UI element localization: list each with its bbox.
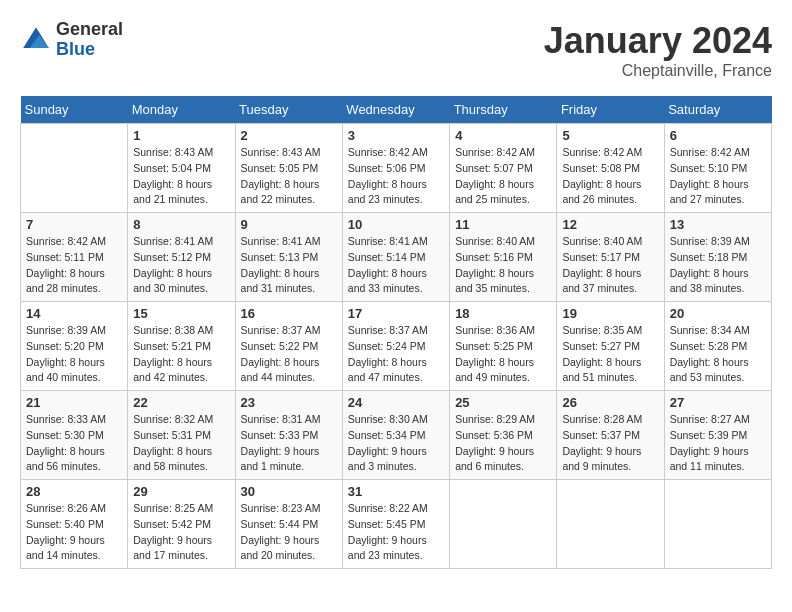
weekday-header-monday: Monday	[128, 96, 235, 124]
week-row-4: 21Sunrise: 8:33 AM Sunset: 5:30 PM Dayli…	[21, 391, 772, 480]
calendar-cell	[557, 480, 664, 569]
day-info: Sunrise: 8:43 AM Sunset: 5:05 PM Dayligh…	[241, 145, 337, 208]
logo: General Blue	[20, 20, 123, 60]
day-number: 17	[348, 306, 444, 321]
day-info: Sunrise: 8:27 AM Sunset: 5:39 PM Dayligh…	[670, 412, 766, 475]
day-number: 31	[348, 484, 444, 499]
calendar-cell: 7Sunrise: 8:42 AM Sunset: 5:11 PM Daylig…	[21, 213, 128, 302]
day-info: Sunrise: 8:42 AM Sunset: 5:10 PM Dayligh…	[670, 145, 766, 208]
day-info: Sunrise: 8:38 AM Sunset: 5:21 PM Dayligh…	[133, 323, 229, 386]
logo-text-line1: General	[56, 20, 123, 40]
day-info: Sunrise: 8:31 AM Sunset: 5:33 PM Dayligh…	[241, 412, 337, 475]
calendar-cell: 9Sunrise: 8:41 AM Sunset: 5:13 PM Daylig…	[235, 213, 342, 302]
week-row-1: 1Sunrise: 8:43 AM Sunset: 5:04 PM Daylig…	[21, 124, 772, 213]
week-row-2: 7Sunrise: 8:42 AM Sunset: 5:11 PM Daylig…	[21, 213, 772, 302]
day-number: 1	[133, 128, 229, 143]
calendar-cell	[664, 480, 771, 569]
calendar-cell: 20Sunrise: 8:34 AM Sunset: 5:28 PM Dayli…	[664, 302, 771, 391]
calendar-cell: 10Sunrise: 8:41 AM Sunset: 5:14 PM Dayli…	[342, 213, 449, 302]
day-number: 6	[670, 128, 766, 143]
week-row-3: 14Sunrise: 8:39 AM Sunset: 5:20 PM Dayli…	[21, 302, 772, 391]
logo-text-line2: Blue	[56, 40, 123, 60]
day-number: 2	[241, 128, 337, 143]
weekday-header-tuesday: Tuesday	[235, 96, 342, 124]
day-info: Sunrise: 8:37 AM Sunset: 5:24 PM Dayligh…	[348, 323, 444, 386]
title-block: January 2024 Cheptainville, France	[544, 20, 772, 80]
calendar-cell: 23Sunrise: 8:31 AM Sunset: 5:33 PM Dayli…	[235, 391, 342, 480]
day-info: Sunrise: 8:40 AM Sunset: 5:16 PM Dayligh…	[455, 234, 551, 297]
calendar-cell: 21Sunrise: 8:33 AM Sunset: 5:30 PM Dayli…	[21, 391, 128, 480]
day-info: Sunrise: 8:36 AM Sunset: 5:25 PM Dayligh…	[455, 323, 551, 386]
day-info: Sunrise: 8:34 AM Sunset: 5:28 PM Dayligh…	[670, 323, 766, 386]
weekday-header-sunday: Sunday	[21, 96, 128, 124]
calendar-cell: 30Sunrise: 8:23 AM Sunset: 5:44 PM Dayli…	[235, 480, 342, 569]
day-info: Sunrise: 8:42 AM Sunset: 5:08 PM Dayligh…	[562, 145, 658, 208]
day-number: 23	[241, 395, 337, 410]
calendar-cell: 5Sunrise: 8:42 AM Sunset: 5:08 PM Daylig…	[557, 124, 664, 213]
logo-icon	[20, 24, 52, 56]
day-info: Sunrise: 8:41 AM Sunset: 5:14 PM Dayligh…	[348, 234, 444, 297]
calendar-subtitle: Cheptainville, France	[544, 62, 772, 80]
day-info: Sunrise: 8:42 AM Sunset: 5:06 PM Dayligh…	[348, 145, 444, 208]
calendar-cell: 1Sunrise: 8:43 AM Sunset: 5:04 PM Daylig…	[128, 124, 235, 213]
day-number: 30	[241, 484, 337, 499]
calendar-cell	[450, 480, 557, 569]
day-number: 13	[670, 217, 766, 232]
day-number: 18	[455, 306, 551, 321]
day-number: 19	[562, 306, 658, 321]
day-number: 28	[26, 484, 122, 499]
weekday-header-wednesday: Wednesday	[342, 96, 449, 124]
day-number: 3	[348, 128, 444, 143]
calendar-cell: 16Sunrise: 8:37 AM Sunset: 5:22 PM Dayli…	[235, 302, 342, 391]
day-info: Sunrise: 8:41 AM Sunset: 5:13 PM Dayligh…	[241, 234, 337, 297]
day-number: 12	[562, 217, 658, 232]
calendar-cell: 19Sunrise: 8:35 AM Sunset: 5:27 PM Dayli…	[557, 302, 664, 391]
calendar-cell: 22Sunrise: 8:32 AM Sunset: 5:31 PM Dayli…	[128, 391, 235, 480]
day-number: 7	[26, 217, 122, 232]
weekday-header-saturday: Saturday	[664, 96, 771, 124]
calendar-cell: 14Sunrise: 8:39 AM Sunset: 5:20 PM Dayli…	[21, 302, 128, 391]
day-info: Sunrise: 8:39 AM Sunset: 5:20 PM Dayligh…	[26, 323, 122, 386]
calendar-cell: 4Sunrise: 8:42 AM Sunset: 5:07 PM Daylig…	[450, 124, 557, 213]
calendar-cell: 2Sunrise: 8:43 AM Sunset: 5:05 PM Daylig…	[235, 124, 342, 213]
page-header: General Blue January 2024 Cheptainville,…	[20, 20, 772, 80]
day-number: 14	[26, 306, 122, 321]
calendar-cell: 11Sunrise: 8:40 AM Sunset: 5:16 PM Dayli…	[450, 213, 557, 302]
calendar-cell: 26Sunrise: 8:28 AM Sunset: 5:37 PM Dayli…	[557, 391, 664, 480]
day-info: Sunrise: 8:28 AM Sunset: 5:37 PM Dayligh…	[562, 412, 658, 475]
calendar-cell: 31Sunrise: 8:22 AM Sunset: 5:45 PM Dayli…	[342, 480, 449, 569]
day-info: Sunrise: 8:41 AM Sunset: 5:12 PM Dayligh…	[133, 234, 229, 297]
day-number: 10	[348, 217, 444, 232]
calendar-cell: 24Sunrise: 8:30 AM Sunset: 5:34 PM Dayli…	[342, 391, 449, 480]
calendar-cell: 25Sunrise: 8:29 AM Sunset: 5:36 PM Dayli…	[450, 391, 557, 480]
day-info: Sunrise: 8:25 AM Sunset: 5:42 PM Dayligh…	[133, 501, 229, 564]
day-info: Sunrise: 8:42 AM Sunset: 5:07 PM Dayligh…	[455, 145, 551, 208]
weekday-header-thursday: Thursday	[450, 96, 557, 124]
day-number: 5	[562, 128, 658, 143]
calendar-cell: 15Sunrise: 8:38 AM Sunset: 5:21 PM Dayli…	[128, 302, 235, 391]
day-info: Sunrise: 8:23 AM Sunset: 5:44 PM Dayligh…	[241, 501, 337, 564]
day-info: Sunrise: 8:40 AM Sunset: 5:17 PM Dayligh…	[562, 234, 658, 297]
week-row-5: 28Sunrise: 8:26 AM Sunset: 5:40 PM Dayli…	[21, 480, 772, 569]
calendar-cell: 18Sunrise: 8:36 AM Sunset: 5:25 PM Dayli…	[450, 302, 557, 391]
day-number: 11	[455, 217, 551, 232]
day-info: Sunrise: 8:43 AM Sunset: 5:04 PM Dayligh…	[133, 145, 229, 208]
day-number: 15	[133, 306, 229, 321]
day-number: 4	[455, 128, 551, 143]
calendar-cell: 6Sunrise: 8:42 AM Sunset: 5:10 PM Daylig…	[664, 124, 771, 213]
day-number: 21	[26, 395, 122, 410]
day-number: 20	[670, 306, 766, 321]
day-number: 24	[348, 395, 444, 410]
day-info: Sunrise: 8:29 AM Sunset: 5:36 PM Dayligh…	[455, 412, 551, 475]
day-number: 29	[133, 484, 229, 499]
calendar-cell: 29Sunrise: 8:25 AM Sunset: 5:42 PM Dayli…	[128, 480, 235, 569]
calendar-table: SundayMondayTuesdayWednesdayThursdayFrid…	[20, 96, 772, 569]
calendar-cell: 8Sunrise: 8:41 AM Sunset: 5:12 PM Daylig…	[128, 213, 235, 302]
day-info: Sunrise: 8:32 AM Sunset: 5:31 PM Dayligh…	[133, 412, 229, 475]
calendar-cell: 27Sunrise: 8:27 AM Sunset: 5:39 PM Dayli…	[664, 391, 771, 480]
day-number: 27	[670, 395, 766, 410]
calendar-cell: 3Sunrise: 8:42 AM Sunset: 5:06 PM Daylig…	[342, 124, 449, 213]
day-number: 8	[133, 217, 229, 232]
day-number: 25	[455, 395, 551, 410]
calendar-cell: 12Sunrise: 8:40 AM Sunset: 5:17 PM Dayli…	[557, 213, 664, 302]
